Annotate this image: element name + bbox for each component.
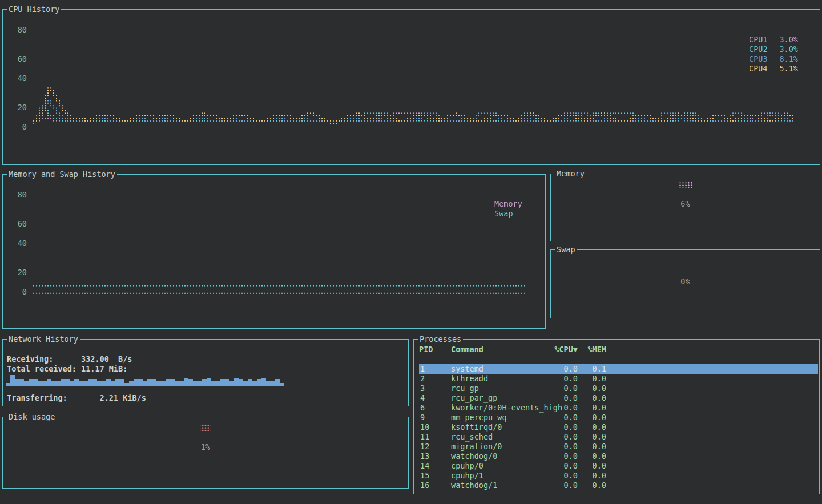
process-cpu-percent: 0.0 xyxy=(522,403,578,413)
process-row[interactable]: 15cpuhp/10.00.0 xyxy=(419,471,818,481)
process-mem-percent: 0.0 xyxy=(580,481,606,490)
swap-gauge-value: 0% xyxy=(551,277,820,286)
swap-gauge-panel: Swap 0% xyxy=(550,249,820,318)
process-mem-percent: 0.0 xyxy=(580,461,606,471)
process-command: migration/0 xyxy=(451,442,502,451)
network-history-panel: Network History Receiving: 332.00 B/s To… xyxy=(2,339,409,406)
process-mem-percent: 0.1 xyxy=(580,364,606,374)
process-mem-percent: 0.0 xyxy=(580,393,606,403)
process-cpu-percent: 0.0 xyxy=(522,451,578,461)
y-tick-label: 0 xyxy=(11,122,27,131)
disk-usage-title: Disk usage xyxy=(7,412,57,421)
process-cpu-percent: 0.0 xyxy=(522,481,578,490)
cpu-legend-value: 3.0% xyxy=(779,45,798,54)
process-row[interactable]: 2kthreadd0.00.0 xyxy=(419,374,818,384)
y-tick-label: 0 xyxy=(11,287,27,296)
process-mem-percent: 0.0 xyxy=(580,374,606,384)
process-pid: 11 xyxy=(420,432,429,442)
process-row[interactable]: 12migration/00.00.0 xyxy=(419,442,818,451)
process-command: rcu_sched xyxy=(451,432,493,442)
memswap-history-panel: Memory and Swap History 806040200 Memory… xyxy=(2,174,546,329)
process-row[interactable]: 16watchdog/10.00.0 xyxy=(419,481,818,490)
memswap-legend: MemorySwap xyxy=(494,199,522,219)
process-pid: 2 xyxy=(420,374,425,384)
process-pid: 1 xyxy=(420,364,425,374)
process-row[interactable]: 9mm_percpu_wq0.00.0 xyxy=(419,413,818,422)
cpu-history-chart xyxy=(30,22,797,141)
disk-usage-panel: Disk usage 1% xyxy=(2,417,409,489)
process-command: rcu_par_gp xyxy=(451,393,497,403)
process-list: 1systemd0.00.12kthreadd0.00.03rcu_gp0.00… xyxy=(419,364,818,490)
network-receiving-sparkline xyxy=(6,373,287,386)
cpu-legend-label: CPU2 xyxy=(749,45,768,54)
process-cpu-percent: 0.0 xyxy=(522,364,578,374)
process-command: cpuhp/0 xyxy=(451,461,483,471)
column-header-cpu-sorted[interactable]: %CPU▼ xyxy=(522,345,578,354)
process-pid: 10 xyxy=(420,422,429,432)
process-mem-percent: 0.0 xyxy=(580,384,606,393)
process-row[interactable]: 11rcu_sched0.00.0 xyxy=(419,432,818,442)
process-pid: 15 xyxy=(420,471,429,481)
swap-gauge-title: Swap xyxy=(555,245,577,254)
process-command: mm_percpu_wq xyxy=(451,413,507,422)
column-header-pid[interactable]: PID xyxy=(419,345,433,354)
process-command: watchdog/0 xyxy=(451,451,497,461)
memory-gauge-value: 6% xyxy=(551,199,820,208)
process-cpu-percent: 0.0 xyxy=(522,461,578,471)
process-command: watchdog/1 xyxy=(451,481,497,490)
process-row[interactable]: 1systemd0.00.1 xyxy=(419,364,818,374)
process-mem-percent: 0.0 xyxy=(580,442,606,451)
y-tick-label: 60 xyxy=(11,219,27,228)
cpu-legend-value: 8.1% xyxy=(779,54,798,64)
processes-title: Processes xyxy=(418,334,463,344)
process-command: ksoftirqd/0 xyxy=(451,422,502,432)
process-row[interactable]: 4rcu_par_gp0.00.0 xyxy=(419,393,818,403)
process-command: systemd xyxy=(451,364,483,374)
network-transferring-rate: Transferring: 2.21 KiB/s xyxy=(7,393,146,402)
network-history-title: Network History xyxy=(7,334,80,344)
process-pid: 12 xyxy=(420,442,429,451)
process-cpu-percent: 0.0 xyxy=(522,442,578,451)
column-header-mem[interactable]: %MEM xyxy=(580,345,606,354)
process-cpu-percent: 0.0 xyxy=(522,374,578,384)
column-header-command[interactable]: Command xyxy=(451,345,483,354)
process-command: cpuhp/1 xyxy=(451,471,483,481)
y-tick-label: 60 xyxy=(11,54,27,63)
cpu-history-title: CPU History xyxy=(7,5,61,14)
disk-gauge-value: 1% xyxy=(3,442,408,451)
memswap-history-title: Memory and Swap History xyxy=(7,170,117,179)
process-pid: 13 xyxy=(420,451,429,461)
cpu-legend: CPU13.0%CPU23.0%CPU38.1%CPU45.1% xyxy=(749,35,798,74)
network-total-received: Total received: 11.17 MiB: xyxy=(7,364,127,373)
cpu-legend-label: CPU4 xyxy=(749,64,768,74)
process-mem-percent: 0.0 xyxy=(580,451,606,461)
process-cpu-percent: 0.0 xyxy=(522,384,578,393)
process-row[interactable]: 10ksoftirqd/00.00.0 xyxy=(419,422,818,432)
y-tick-label: 80 xyxy=(11,190,27,199)
y-tick-label: 20 xyxy=(11,268,27,277)
process-mem-percent: 0.0 xyxy=(580,471,606,481)
process-cpu-percent: 0.0 xyxy=(522,393,578,403)
cpu-legend-row: CPU38.1% xyxy=(749,54,798,64)
memswap-legend-label: Memory xyxy=(494,199,522,209)
memswap-history-chart xyxy=(30,187,535,313)
process-cpu-percent: 0.0 xyxy=(522,413,578,422)
process-row[interactable]: 6kworker/0:0H-events_high0.00.0 xyxy=(419,403,818,413)
memory-gauge-arc xyxy=(678,181,693,188)
process-row[interactable]: 13watchdog/00.00.0 xyxy=(419,451,818,461)
process-cpu-percent: 0.0 xyxy=(522,471,578,481)
memswap-legend-label: Swap xyxy=(494,209,522,219)
process-row[interactable]: 14cpuhp/00.00.0 xyxy=(419,461,818,471)
process-command: kthreadd xyxy=(451,374,488,384)
cpu-legend-value: 5.1% xyxy=(779,64,798,74)
process-pid: 14 xyxy=(420,461,429,471)
y-tick-label: 80 xyxy=(11,25,27,34)
process-pid: 6 xyxy=(420,403,425,413)
cpu-legend-row: CPU45.1% xyxy=(749,64,798,74)
disk-gauge-arc xyxy=(201,424,211,431)
process-pid: 16 xyxy=(420,481,429,490)
processes-header: PID Command %CPU▼ %MEM xyxy=(419,345,818,354)
y-tick-label: 40 xyxy=(11,239,27,248)
process-cpu-percent: 0.0 xyxy=(522,422,578,432)
process-row[interactable]: 3rcu_gp0.00.0 xyxy=(419,384,818,393)
